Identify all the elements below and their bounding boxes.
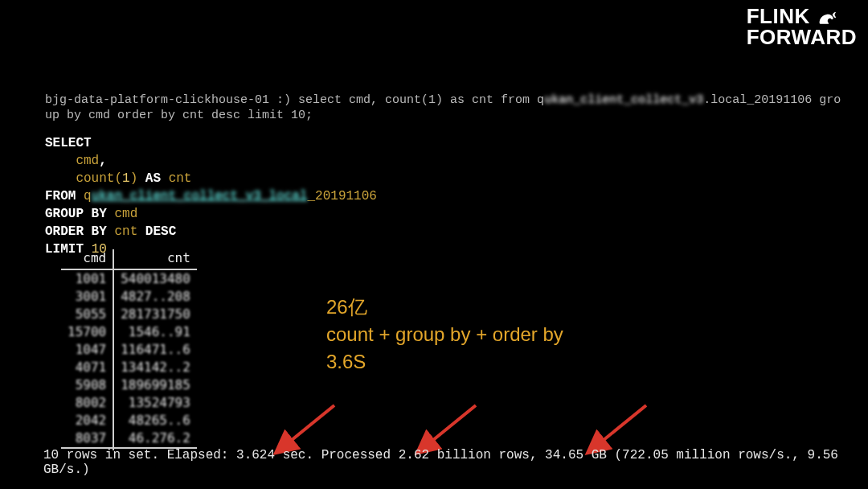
callout-line3: 3.6S: [326, 348, 563, 376]
sql-orderby: ORDER BY: [45, 224, 107, 239]
table-row: 204248265..6: [61, 412, 197, 429]
sql-col1: cmd: [76, 154, 99, 168]
prompt-query-post1: .local_20191106 gro: [703, 93, 841, 107]
cell-cmd: 5908: [61, 376, 113, 394]
table-row: 803746.276.2: [61, 429, 197, 448]
table-row: 157001546..91: [61, 323, 197, 341]
cell-cnt: 1546..91: [113, 323, 197, 341]
cell-cmd: 1047: [61, 341, 113, 359]
squirrel-icon: [815, 5, 837, 27]
cell-cmd: 2042: [61, 412, 113, 429]
table-row: 1001540013480: [61, 269, 197, 288]
cell-cmd: 8002: [61, 394, 113, 412]
sql-alias2: cnt: [114, 224, 137, 239]
cell-cnt: 46.276.2: [113, 429, 197, 448]
cell-cmd: 3001: [61, 288, 113, 306]
th-cnt: cnt: [113, 249, 197, 269]
annotation-callout: 26亿 count + group by + order by 3.6S: [326, 294, 563, 376]
callout-line2: count + group by + order by: [326, 321, 563, 348]
sql-groupby: GROUP BY: [45, 207, 107, 221]
table-row: 800213524793: [61, 394, 197, 412]
status-line: 10 rows in set. Elapsed: 3.624 sec. Proc…: [43, 448, 858, 477]
cell-cmd: 4071: [61, 359, 113, 376]
cell-cmd: 15700: [61, 323, 113, 341]
cell-cmd: 8037: [61, 429, 113, 448]
cell-cnt: 4827..208: [113, 288, 197, 306]
cell-cnt: 116471..6: [113, 341, 197, 359]
prompt-query-obf: ukan_client_collect_v3: [544, 93, 703, 107]
cell-cnt: 134142..2: [113, 359, 197, 376]
brand-line2: FORWARD: [747, 27, 857, 47]
result-table: cmd cnt 100154001348030014827..208505528…: [61, 249, 197, 450]
cell-cnt: 189699185: [113, 376, 197, 394]
sql-select: SELECT: [45, 136, 92, 150]
cell-cmd: 1001: [61, 269, 113, 288]
prompt-query-pre: select cmd, count(1) as cnt from q: [298, 93, 544, 107]
sql-count-open: count(: [76, 171, 122, 186]
cell-cmd: 5055: [61, 306, 113, 323]
cell-cnt: 13524793: [113, 394, 197, 412]
sql-desc: DESC: [145, 224, 176, 239]
sql-count-close: ): [130, 171, 138, 186]
sql-alias: cnt: [169, 171, 192, 186]
th-cmd: cmd: [61, 249, 113, 269]
brand-logo: FLINK FORWARD: [747, 5, 857, 47]
table-row: 4071134142..2: [61, 359, 197, 376]
cell-cnt: 48265..6: [113, 412, 197, 429]
sql-col1b: cmd: [114, 207, 137, 221]
sql-one: 1: [122, 171, 130, 186]
cell-cnt: 281731750: [113, 306, 197, 323]
table-row: 5908189699185: [61, 376, 197, 394]
svg-line-2: [595, 405, 646, 447]
table-row: 5055281731750: [61, 306, 197, 323]
cell-cnt: 540013480: [113, 269, 197, 288]
sql-as: AS: [145, 171, 161, 186]
svg-line-0: [283, 405, 334, 447]
callout-line1: 26亿: [326, 294, 563, 321]
sql-from: FROM: [45, 189, 76, 203]
table-row: 30014827..208: [61, 288, 197, 306]
sql-tblobf: ukan_client_collect_v3_local: [92, 189, 308, 203]
brand-line1: FLINK: [747, 6, 810, 27]
table-row: 1047116471..6: [61, 341, 197, 359]
sql-tblpre: q: [84, 189, 92, 203]
sql-tblpost: _20191106: [307, 189, 376, 203]
prompt-host: bjg-data-platform-clickhouse-01 :): [45, 93, 298, 107]
svg-line-1: [424, 405, 476, 447]
